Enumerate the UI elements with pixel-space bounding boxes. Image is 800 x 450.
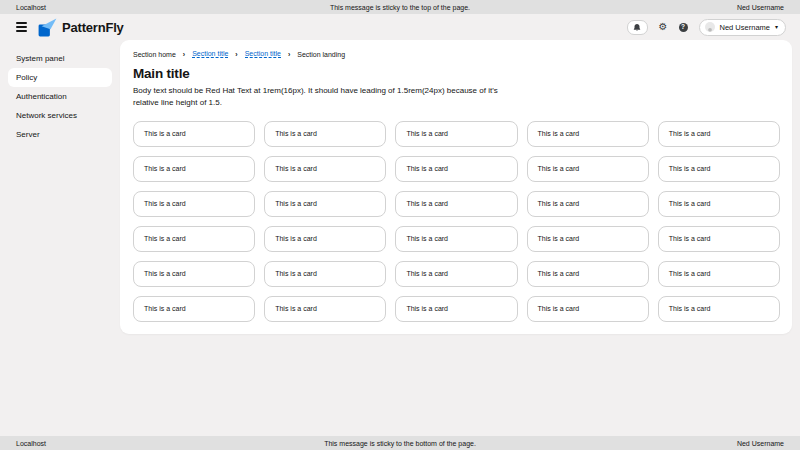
gear-icon: ⚙ (659, 22, 668, 32)
card-title: This is a card (538, 130, 580, 137)
card: This is a card (658, 226, 780, 252)
breadcrumb: Section home›Section title›Section title… (133, 50, 780, 58)
card-title: This is a card (669, 305, 711, 312)
card: This is a card (658, 156, 780, 182)
card-title: This is a card (406, 305, 448, 312)
sidebar-item-policy[interactable]: Policy (8, 68, 112, 87)
card-title: This is a card (144, 165, 186, 172)
card: This is a card (658, 261, 780, 287)
card-title: This is a card (538, 305, 580, 312)
card: This is a card (658, 191, 780, 217)
card-title: This is a card (669, 270, 711, 277)
card: This is a card (133, 296, 255, 322)
breadcrumb-separator-icon: › (183, 51, 185, 58)
main-content-panel: Section home›Section title›Section title… (120, 40, 792, 334)
masthead: PatternFly ⚙ ? Ned Username ▾ (0, 14, 800, 40)
bottom-banner-localhost: Localhost (16, 440, 46, 447)
card-title: This is a card (406, 200, 448, 207)
breadcrumb-item: Section landing (297, 51, 345, 58)
card: This is a card (527, 156, 649, 182)
card-title: This is a card (406, 130, 448, 137)
card: This is a card (395, 191, 517, 217)
page-title: Main title (133, 66, 780, 81)
card: This is a card (395, 261, 517, 287)
settings-button[interactable]: ⚙ (659, 22, 668, 32)
bottom-sticky-banner: This message is sticky to the bottom of … (0, 436, 800, 450)
card-title: This is a card (144, 305, 186, 312)
card-title: This is a card (669, 235, 711, 242)
card: This is a card (395, 296, 517, 322)
card-title: This is a card (275, 200, 317, 207)
card-title: This is a card (144, 270, 186, 277)
bottom-banner-username: Ned Username (737, 440, 784, 447)
top-banner-message: This message is sticky to the top of the… (0, 4, 800, 11)
card-title: This is a card (144, 200, 186, 207)
card-title: This is a card (275, 235, 317, 242)
card: This is a card (527, 121, 649, 147)
card: This is a card (658, 296, 780, 322)
masthead-toolbar: ⚙ ? Ned Username ▾ (627, 19, 786, 36)
breadcrumb-separator-icon: › (288, 51, 290, 58)
card-title: This is a card (275, 305, 317, 312)
card-title: This is a card (406, 165, 448, 172)
bell-icon (633, 23, 641, 32)
brand-name: PatternFly (62, 20, 124, 35)
sidebar-nav: System panelPolicyAuthenticationNetwork … (0, 40, 120, 436)
sidebar-item-label: Policy (16, 73, 37, 82)
card: This is a card (264, 156, 386, 182)
card: This is a card (133, 156, 255, 182)
card-title: This is a card (275, 270, 317, 277)
bottom-banner-message: This message is sticky to the bottom of … (0, 440, 800, 447)
card-title: This is a card (144, 235, 186, 242)
user-menu-label: Ned Username (720, 23, 770, 32)
card: This is a card (527, 226, 649, 252)
sidebar-item-authentication[interactable]: Authentication (8, 87, 112, 106)
breadcrumb-link[interactable]: Section title (192, 50, 228, 58)
card: This is a card (133, 191, 255, 217)
card: This is a card (264, 191, 386, 217)
card: This is a card (527, 296, 649, 322)
card-title: This is a card (275, 130, 317, 137)
card: This is a card (527, 261, 649, 287)
sidebar-item-system-panel[interactable]: System panel (8, 49, 112, 68)
breadcrumb-separator-icon: › (235, 51, 237, 58)
card: This is a card (658, 121, 780, 147)
card: This is a card (395, 121, 517, 147)
top-banner-localhost: Localhost (16, 4, 46, 11)
card-title: This is a card (669, 165, 711, 172)
notifications-bell-button[interactable] (627, 20, 648, 35)
card: This is a card (395, 156, 517, 182)
body-text: Body text should be Red Hat Text at 1rem… (133, 85, 525, 109)
card: This is a card (395, 226, 517, 252)
help-button[interactable]: ? (679, 23, 688, 32)
sidebar-item-label: System panel (16, 54, 64, 63)
sidebar-item-server[interactable]: Server (8, 125, 112, 144)
card: This is a card (133, 226, 255, 252)
card-title: This is a card (406, 235, 448, 242)
card: This is a card (527, 191, 649, 217)
card-title: This is a card (538, 235, 580, 242)
card: This is a card (133, 261, 255, 287)
card: This is a card (264, 296, 386, 322)
card: This is a card (133, 121, 255, 147)
card-title: This is a card (669, 200, 711, 207)
breadcrumb-item: Section home (133, 51, 176, 58)
card: This is a card (264, 226, 386, 252)
patternfly-logo-icon (38, 18, 57, 37)
card-title: This is a card (538, 270, 580, 277)
sidebar-item-network-services[interactable]: Network services (8, 106, 112, 125)
card-title: This is a card (669, 130, 711, 137)
breadcrumb-link[interactable]: Section title (245, 50, 281, 58)
chevron-down-icon: ▾ (775, 24, 778, 30)
user-avatar-icon (705, 22, 715, 32)
nav-toggle-hamburger-icon[interactable] (16, 22, 27, 32)
top-banner-username: Ned Username (737, 4, 784, 11)
sidebar-item-label: Authentication (16, 92, 67, 101)
card-title: This is a card (144, 130, 186, 137)
card-grid: This is a cardThis is a cardThis is a ca… (133, 121, 780, 322)
top-sticky-banner: This message is sticky to the top of the… (0, 0, 800, 14)
card-title: This is a card (406, 270, 448, 277)
user-menu-dropdown[interactable]: Ned Username ▾ (699, 19, 786, 36)
card-title: This is a card (538, 200, 580, 207)
brand[interactable]: PatternFly (38, 18, 124, 37)
